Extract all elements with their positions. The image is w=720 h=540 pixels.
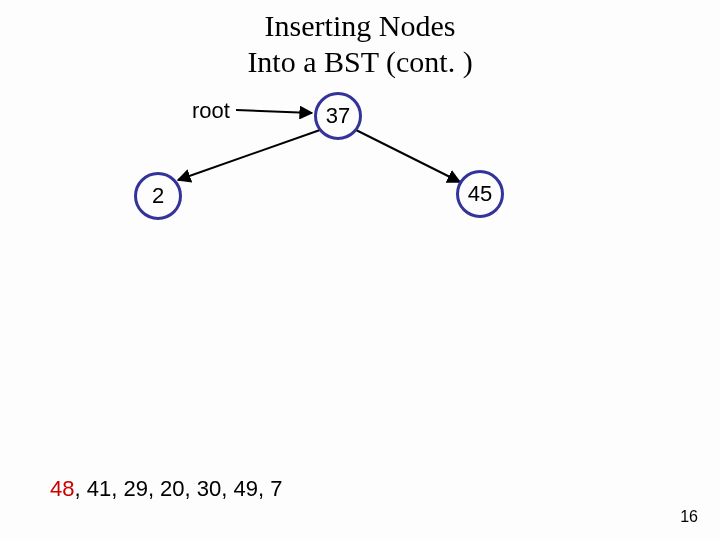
root-pointer-label: root bbox=[192, 98, 230, 124]
pending-insertions: 48, 41, 29, 20, 30, 49, 7 bbox=[50, 476, 282, 502]
tree-node-left-value: 2 bbox=[152, 183, 164, 209]
tree-node-left: 2 bbox=[134, 172, 182, 220]
pending-rest: , 41, 29, 20, 30, 49, 7 bbox=[74, 476, 282, 501]
title-line-1: Inserting Nodes bbox=[265, 9, 456, 42]
tree-node-right-value: 45 bbox=[468, 181, 492, 207]
page-number: 16 bbox=[680, 508, 698, 526]
tree-node-right: 45 bbox=[456, 170, 504, 218]
pending-current: 48 bbox=[50, 476, 74, 501]
root-pointer-arrow bbox=[236, 110, 312, 113]
tree-node-root: 37 bbox=[314, 92, 362, 140]
edge-root-right bbox=[356, 130, 460, 182]
edge-root-left bbox=[178, 130, 320, 180]
title-line-2: Into a BST (cont. ) bbox=[247, 45, 472, 78]
tree-edges bbox=[0, 0, 720, 540]
slide-title: Inserting Nodes Into a BST (cont. ) bbox=[0, 8, 720, 80]
tree-node-root-value: 37 bbox=[326, 103, 350, 129]
